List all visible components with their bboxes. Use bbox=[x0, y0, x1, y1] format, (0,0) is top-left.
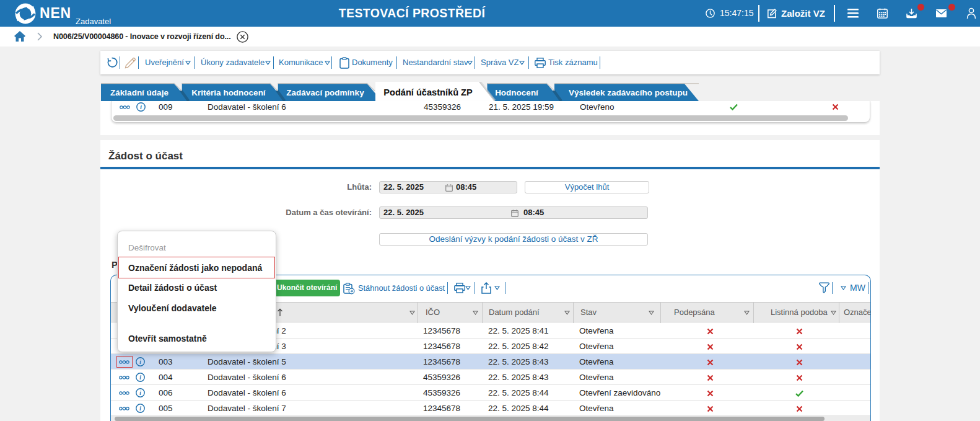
svg-text:i: i bbox=[140, 104, 142, 110]
svg-text:Hodnocení: Hodnocení bbox=[495, 87, 539, 97]
svg-text:i: i bbox=[139, 374, 141, 381]
svg-text:Podání účastníků ZP: Podání účastníků ZP bbox=[383, 87, 473, 97]
svg-text:Zadávací podmínky: Zadávací podmínky bbox=[286, 87, 364, 97]
svg-text:i: i bbox=[139, 390, 141, 396]
svg-text:i: i bbox=[139, 359, 141, 365]
svg-text:i: i bbox=[139, 405, 141, 412]
svg-text:Základní údaje: Základní údaje bbox=[110, 87, 168, 97]
svg-text:Kritéria hodnocení: Kritéria hodnocení bbox=[191, 87, 266, 97]
svg-text:Výsledek zadávacího postupu: Výsledek zadávacího postupu bbox=[569, 87, 688, 97]
